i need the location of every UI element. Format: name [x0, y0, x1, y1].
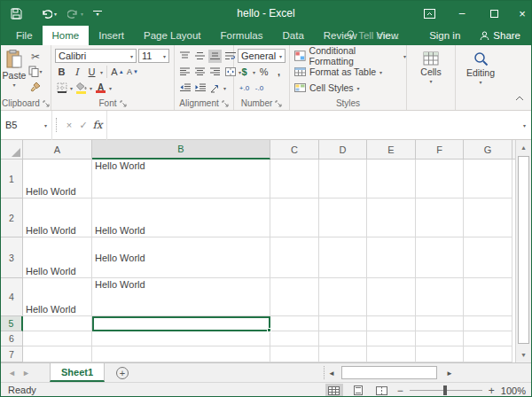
share-button[interactable]: Share [480, 30, 520, 41]
zoom-out-button[interactable]: − [397, 385, 403, 397]
underline-button[interactable]: U [85, 66, 98, 79]
cell-A2[interactable]: Hello World [23, 198, 92, 237]
cell-B1[interactable]: Hello World [92, 160, 270, 198]
formula-input[interactable] [109, 111, 523, 140]
grow-font-button[interactable]: A▲ [111, 66, 124, 79]
clipboard-dialog-launcher-icon[interactable] [43, 100, 50, 107]
increase-decimal-button[interactable]: +.0 [238, 82, 251, 95]
zoom-slider-thumb[interactable] [443, 385, 447, 395]
accounting-dropdown-icon[interactable]: ▾ [253, 69, 255, 75]
cell-B4[interactable]: Hello World [92, 278, 270, 316]
borders-button[interactable] [55, 82, 68, 95]
underline-dropdown-icon[interactable]: ▾ [100, 69, 103, 75]
formula-bar-divider[interactable] [56, 118, 59, 132]
cell-E4[interactable] [367, 278, 416, 316]
orientation-dropdown-icon[interactable]: ▾ [223, 85, 226, 91]
italic-button[interactable]: I [70, 66, 83, 79]
row-header-4[interactable]: 4 [1, 278, 23, 316]
middle-align-button[interactable] [193, 50, 207, 63]
font-size-combo[interactable]: 11▾ [138, 49, 169, 63]
conditional-formatting-button[interactable]: Conditional Formatting▾ [290, 48, 406, 64]
cell-G5[interactable] [464, 316, 512, 331]
shrink-font-button[interactable]: A▼ [126, 66, 139, 79]
cell-E2[interactable] [367, 198, 416, 237]
page-layout-view-button[interactable] [349, 384, 367, 397]
cell-D5[interactable] [319, 316, 367, 331]
row-header-1[interactable]: 1 [1, 160, 23, 198]
fill-handle[interactable] [267, 328, 271, 332]
horizontal-scrollbar[interactable] [340, 366, 442, 380]
normal-view-button[interactable] [325, 384, 343, 397]
font-color-dropdown-icon[interactable]: ▾ [109, 85, 112, 91]
cell-F6[interactable] [416, 331, 464, 346]
cut-button[interactable]: ✂ [27, 50, 43, 63]
percent-style-button[interactable]: % [257, 66, 270, 79]
font-dialog-launcher-icon[interactable] [120, 100, 127, 107]
cell-D3[interactable] [319, 237, 367, 278]
cell-F3[interactable] [416, 237, 464, 278]
cell-C7[interactable] [270, 346, 319, 362]
cell-E5[interactable] [367, 316, 416, 331]
previous-sheet-icon[interactable]: ◄ [8, 363, 16, 383]
row-header-2[interactable]: 2 [1, 198, 23, 237]
editing-button[interactable]: Editing ▾ [456, 48, 505, 99]
cell-F4[interactable] [416, 278, 464, 316]
cell-D1[interactable] [319, 160, 367, 198]
name-box-dropdown-icon[interactable]: ▾ [44, 122, 47, 128]
close-button[interactable]: × [513, 1, 531, 26]
cell-C1[interactable] [270, 160, 319, 198]
bold-button[interactable]: B [55, 66, 68, 79]
next-sheet-icon[interactable]: ► [22, 363, 30, 383]
minimize-button[interactable]: – [451, 1, 473, 26]
column-header-C[interactable]: C [270, 140, 319, 160]
hscroll-right-icon[interactable]: ► [443, 366, 456, 380]
scroll-down-icon[interactable]: ▼ [516, 347, 531, 362]
cell-B3[interactable]: Hello World [92, 237, 270, 278]
cell-E7[interactable] [367, 346, 416, 362]
cell-B7[interactable] [92, 346, 270, 362]
column-header-F[interactable]: F [416, 140, 464, 160]
cell-D4[interactable] [319, 278, 367, 316]
decrease-indent-button[interactable] [178, 82, 192, 95]
cells-button[interactable]: Cells ▾ [407, 48, 455, 99]
row-header-3[interactable]: 3 [1, 237, 23, 278]
cell-C2[interactable] [270, 198, 319, 237]
cell-A5[interactable] [23, 316, 92, 331]
cell-D2[interactable] [319, 198, 367, 237]
cell-F7[interactable] [416, 346, 464, 362]
paste-dropdown-icon[interactable]: ▾ [12, 82, 15, 88]
center-button[interactable] [193, 66, 207, 79]
copy-button[interactable]: ▾ [27, 65, 43, 78]
collapse-ribbon-button[interactable] [515, 89, 524, 105]
cell-styles-button[interactable]: Cell Styles▾ [290, 80, 406, 96]
zoom-slider[interactable] [410, 390, 482, 391]
fill-color-dropdown-icon[interactable]: ▾ [90, 85, 92, 91]
cell-B6[interactable] [92, 331, 270, 346]
cell-F2[interactable] [416, 198, 464, 237]
tab-insert[interactable]: Insert [89, 26, 134, 45]
cell-E3[interactable] [367, 237, 416, 278]
cell-A1[interactable]: Hello World [23, 160, 92, 198]
name-box[interactable]: B5 ▾ [1, 111, 52, 140]
column-header-A[interactable]: A [23, 140, 92, 160]
borders-dropdown-icon[interactable]: ▾ [70, 85, 73, 91]
maximize-button[interactable] [483, 1, 505, 26]
confirm-entry-button[interactable]: ✓ [76, 116, 90, 134]
tab-formulas[interactable]: Formulas [211, 26, 273, 45]
cell-G3[interactable] [464, 237, 512, 278]
cell-G1[interactable] [464, 160, 512, 198]
row-header-7[interactable]: 7 [1, 346, 23, 362]
expand-formula-bar-icon[interactable]: ▾ [523, 122, 526, 128]
horizontal-scrollbar-thumb[interactable] [341, 366, 437, 379]
cell-C3[interactable] [270, 237, 319, 278]
cell-D7[interactable] [319, 346, 367, 362]
comma-style-button[interactable]: , [272, 66, 286, 79]
cell-G7[interactable] [464, 346, 512, 362]
active-cell-selection[interactable] [92, 316, 270, 331]
align-right-button[interactable] [208, 66, 222, 79]
top-align-button[interactable] [178, 50, 192, 63]
row-header-6[interactable]: 6 [1, 331, 23, 346]
ribbon-display-options-icon[interactable] [419, 1, 439, 26]
accounting-format-button[interactable]: $ [238, 66, 251, 79]
column-header-B[interactable]: B [92, 140, 270, 160]
